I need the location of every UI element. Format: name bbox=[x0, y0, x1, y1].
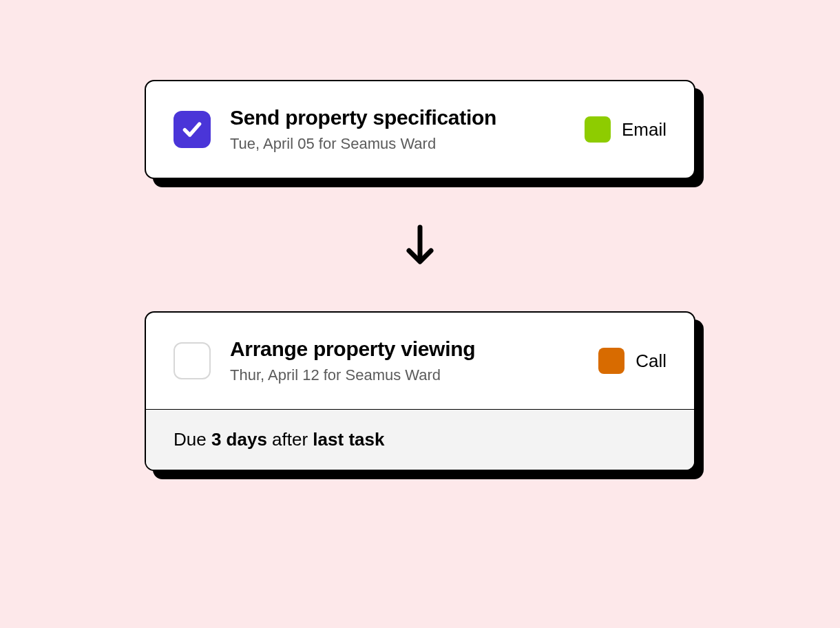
task2-checkbox[interactable] bbox=[174, 342, 211, 379]
task2-title: Arrange property viewing bbox=[230, 337, 579, 361]
task1-tag-label: Email bbox=[622, 119, 666, 140]
task1-checkbox[interactable] bbox=[174, 111, 211, 148]
task1-main: Send property specification Tue, April 0… bbox=[230, 106, 565, 153]
due-days: 3 days bbox=[211, 429, 267, 450]
call-swatch bbox=[598, 348, 624, 374]
task2-tag: Call bbox=[598, 348, 666, 374]
task1-title: Send property specification bbox=[230, 106, 565, 129]
due-footer: Due 3 days after last task bbox=[146, 409, 694, 470]
due-prefix: Due bbox=[174, 429, 211, 450]
check-icon bbox=[181, 118, 203, 140]
task-card-2-body: Arrange property viewing Thur, April 12 … bbox=[146, 313, 694, 409]
task2-main: Arrange property viewing Thur, April 12 … bbox=[230, 337, 579, 384]
task-card-1-body: Send property specification Tue, April 0… bbox=[146, 81, 694, 178]
task1-tag: Email bbox=[585, 116, 666, 143]
task1-subtitle: Tue, April 05 for Seamus Ward bbox=[230, 135, 565, 153]
due-ref: last task bbox=[313, 429, 384, 450]
arrow-down-icon bbox=[403, 223, 437, 267]
arrow-down bbox=[403, 223, 437, 267]
task2-tag-label: Call bbox=[636, 350, 666, 372]
due-mid: after bbox=[267, 429, 313, 450]
email-swatch bbox=[585, 116, 611, 143]
task2-subtitle: Thur, April 12 for Seamus Ward bbox=[230, 366, 579, 384]
task-card-1: Send property specification Tue, April 0… bbox=[145, 80, 695, 179]
task-card-2: Arrange property viewing Thur, April 12 … bbox=[145, 311, 695, 471]
